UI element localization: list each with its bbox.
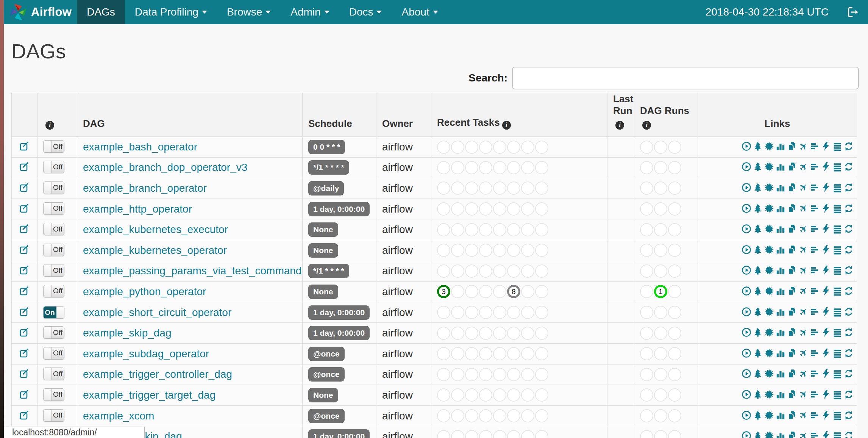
task-state-circle[interactable] (493, 181, 506, 195)
task-state-circle[interactable] (493, 327, 506, 340)
task-state-circle[interactable] (521, 430, 534, 438)
task-duration-icon[interactable] (776, 410, 785, 420)
task-state-circle[interactable] (640, 388, 653, 402)
task-state-circle[interactable] (521, 161, 534, 174)
task-duration-icon[interactable] (776, 224, 785, 234)
gantt-icon[interactable] (810, 327, 820, 337)
gantt-icon[interactable] (810, 390, 820, 399)
task-state-circle[interactable] (437, 161, 450, 174)
gantt-icon[interactable] (810, 224, 820, 234)
logs-icon[interactable] (832, 286, 842, 296)
task-state-circle[interactable] (451, 388, 464, 402)
trigger-dag-icon[interactable] (742, 348, 751, 358)
graph-view-icon[interactable] (764, 327, 774, 337)
task-state-circle[interactable] (493, 161, 506, 174)
task-state-circle[interactable] (668, 244, 681, 257)
brand[interactable]: Airflow (4, 0, 77, 24)
landing-times-icon[interactable]: ✈ (798, 410, 808, 420)
task-state-circle[interactable] (640, 327, 653, 340)
tree-view-icon[interactable] (753, 286, 763, 296)
task-tries-icon[interactable] (787, 141, 797, 151)
edit-dag-icon[interactable] (19, 327, 30, 338)
logs-icon[interactable] (832, 203, 842, 213)
tree-view-icon[interactable] (753, 390, 763, 399)
task-state-circle[interactable] (493, 285, 506, 298)
task-tries-icon[interactable] (787, 327, 797, 337)
task-state-circle[interactable] (535, 202, 548, 216)
task-state-circle[interactable] (437, 202, 450, 216)
trigger-dag-icon[interactable] (742, 141, 751, 151)
dag-pause-toggle[interactable]: Off (43, 264, 64, 277)
dag-pause-toggle[interactable]: Off (43, 388, 64, 401)
task-state-circle[interactable] (535, 388, 548, 402)
task-state-circle[interactable] (451, 264, 464, 278)
dag-pause-toggle[interactable]: Off (43, 161, 64, 173)
refresh-icon[interactable] (844, 390, 854, 399)
task-state-circle[interactable] (507, 327, 520, 340)
landing-times-icon[interactable]: ✈ (798, 265, 808, 275)
edit-dag-icon[interactable] (19, 224, 30, 234)
task-state-circle[interactable] (654, 202, 667, 216)
task-duration-icon[interactable] (776, 390, 785, 399)
task-state-circle[interactable] (668, 264, 681, 278)
dag-pause-toggle[interactable]: Off (43, 181, 64, 194)
task-tries-icon[interactable] (787, 348, 797, 358)
trigger-dag-icon[interactable] (742, 183, 751, 192)
tree-view-icon[interactable] (753, 369, 763, 379)
refresh-icon[interactable] (844, 141, 854, 151)
task-state-circle[interactable] (465, 430, 478, 438)
logs-icon[interactable] (832, 348, 842, 358)
nav-item-data-profiling[interactable]: Data Profiling (125, 0, 217, 24)
task-tries-icon[interactable] (787, 203, 797, 213)
dag-link[interactable]: example_bash_operator (83, 141, 197, 153)
nav-item-dags[interactable]: DAGs (77, 0, 125, 24)
task-duration-icon[interactable] (776, 245, 785, 255)
task-state-circle[interactable]: 1 (654, 285, 667, 298)
edit-dag-icon[interactable] (19, 141, 30, 152)
nav-item-admin[interactable]: Admin (281, 0, 339, 24)
dag-link[interactable]: example_kubernetes_operator (83, 244, 227, 256)
refresh-icon[interactable] (844, 307, 854, 317)
task-state-circle[interactable] (654, 161, 667, 174)
dag-pause-toggle[interactable]: Off (43, 285, 64, 297)
task-state-circle[interactable] (640, 223, 653, 236)
landing-times-icon[interactable]: ✈ (798, 327, 808, 337)
trigger-dag-icon[interactable] (742, 224, 751, 234)
task-state-circle[interactable] (451, 368, 464, 381)
task-tries-icon[interactable] (787, 286, 797, 296)
task-state-circle[interactable] (437, 306, 450, 319)
task-state-circle[interactable] (493, 306, 506, 319)
task-state-circle[interactable] (479, 306, 492, 319)
dag-pause-toggle[interactable]: On (43, 306, 64, 319)
task-duration-icon[interactable] (776, 348, 785, 358)
logs-icon[interactable] (832, 307, 842, 317)
task-state-circle[interactable] (465, 285, 478, 298)
task-state-circle[interactable] (451, 409, 464, 422)
graph-view-icon[interactable] (764, 431, 774, 438)
task-state-circle[interactable] (493, 264, 506, 278)
task-state-circle[interactable] (668, 430, 681, 438)
task-state-circle[interactable] (640, 368, 653, 381)
landing-times-icon[interactable]: ✈ (798, 390, 808, 399)
task-state-circle[interactable] (479, 202, 492, 216)
refresh-icon[interactable] (844, 348, 854, 358)
search-input[interactable] (512, 67, 859, 89)
task-state-circle[interactable] (640, 141, 653, 154)
task-state-circle[interactable] (654, 327, 667, 340)
task-state-circle[interactable] (668, 181, 681, 195)
task-state-circle[interactable] (521, 347, 534, 360)
task-state-circle[interactable] (507, 409, 520, 422)
gantt-icon[interactable] (810, 307, 820, 317)
task-state-circle[interactable] (493, 430, 506, 438)
logs-icon[interactable] (832, 162, 842, 172)
task-state-circle[interactable] (668, 388, 681, 402)
gantt-icon[interactable] (810, 286, 820, 296)
task-state-circle[interactable] (479, 264, 492, 278)
code-icon[interactable] (821, 307, 831, 317)
task-state-circle[interactable] (640, 202, 653, 216)
task-duration-icon[interactable] (776, 369, 785, 379)
task-state-circle[interactable] (465, 244, 478, 257)
task-duration-icon[interactable] (776, 203, 785, 213)
edit-dag-icon[interactable] (19, 307, 30, 317)
tree-view-icon[interactable] (753, 410, 763, 420)
